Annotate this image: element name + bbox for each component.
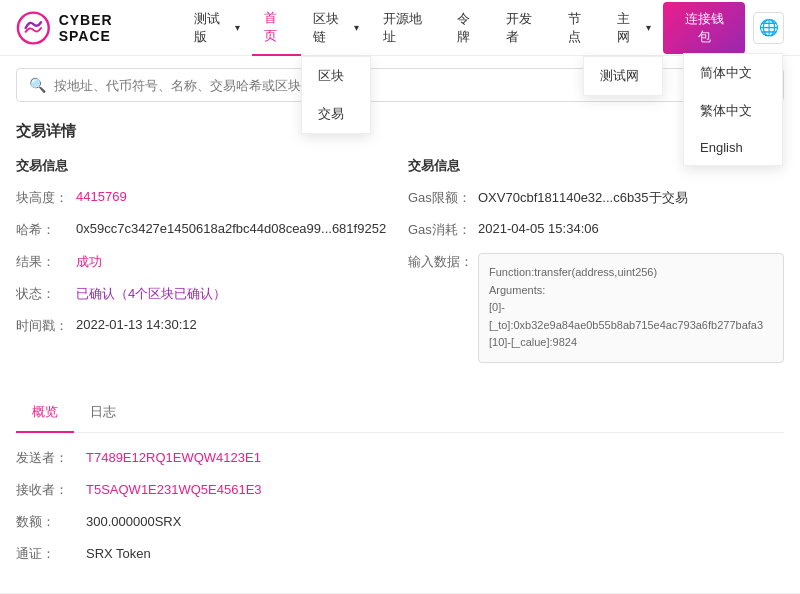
blockchain-dropdown: 区块 交易 (301, 56, 371, 134)
dropdown-tx[interactable]: 交易 (302, 95, 370, 133)
lang-traditional[interactable]: 繁体中文 (684, 92, 782, 130)
amount-row: 数额： 300.000000SRX (16, 513, 784, 531)
dropdown-block[interactable]: 区块 (302, 57, 370, 95)
tabs: 概览 日志 (16, 393, 784, 433)
gas-limit-row: Gas限额： OXV70cbf181140e32...c6b35于交易 (408, 189, 784, 207)
gas-limit-value: OXV70cbf181140e32...c6b35于交易 (478, 189, 688, 207)
section-title: 交易详情 (16, 114, 784, 141)
lang-english[interactable]: English (684, 130, 782, 165)
input-data-row: 输入数据： Function:transfer(address,uint256)… (408, 253, 784, 363)
nav-testnet[interactable]: 测试版 ▾ (182, 0, 252, 56)
nav-developer[interactable]: 开发者 (494, 0, 556, 56)
result-label: 结果： (16, 253, 76, 271)
input-data-line2: Arguments: (489, 282, 773, 300)
tx-right-col: 交易信息 Gas限额： OXV70cbf181140e32...c6b35于交易… (408, 157, 784, 377)
sender-value[interactable]: T7489E12RQ1EWQW4123E1 (86, 450, 261, 465)
tx-info-section-label: 交易信息 (16, 157, 392, 175)
timestamp-row: 时间戳： 2022-01-13 14:30:12 (16, 317, 392, 335)
gas-used-label: Gas消耗： (408, 221, 478, 239)
token-row: 通证： SRX Token (16, 545, 784, 563)
block-height-row: 块高度： 4415769 (16, 189, 392, 207)
sender-row: 发送者： T7489E12RQ1EWQW4123E1 (16, 449, 784, 467)
input-data-label: 输入数据： (408, 253, 478, 271)
header: CYBER SPACE 测试版 ▾ 首页 区块链 ▾ 区块 交易 开源地址 令牌… (0, 0, 800, 56)
input-data-line4: [10]-[_calue]:9824 (489, 334, 773, 352)
timestamp-label: 时间戳： (16, 317, 76, 335)
amount-value: 300.000000SRX (86, 514, 181, 529)
nav-opensource[interactable]: 开源地址 (371, 0, 445, 56)
token-label: 通证： (16, 545, 86, 563)
connect-wallet-button[interactable]: 连接钱包 (663, 2, 745, 54)
dropdown-testnet[interactable]: 测试网 (584, 57, 662, 95)
result-value: 成功 (76, 253, 102, 271)
receiver-value[interactable]: T5SAQW1E231WQ5E4561E3 (86, 482, 262, 497)
gas-used-value: 2021-04-05 15:34:06 (478, 221, 599, 236)
tab-overview[interactable]: 概览 (16, 393, 74, 433)
input-data-line3: [0]-[_to]:0xb32e9a84ae0b55b8ab715e4ac793… (489, 299, 773, 334)
chevron-down-icon: ▾ (354, 22, 359, 33)
status-label: 状态： (16, 285, 76, 303)
token-value: SRX Token (86, 546, 151, 561)
block-height-value[interactable]: 4415769 (76, 189, 127, 204)
hash-row: 哈希： 0x59cc7c3427e1450618a2fbc44d08cea99.… (16, 221, 392, 239)
logo-icon (16, 10, 51, 46)
lang-simplified[interactable]: 简体中文 (684, 54, 782, 92)
gas-used-row: Gas消耗： 2021-04-05 15:34:06 (408, 221, 784, 239)
search-input[interactable] (54, 78, 771, 93)
tx-left-col: 交易信息 块高度： 4415769 哈希： 0x59cc7c3427e14506… (16, 157, 392, 377)
status-row: 状态： 已确认（4个区块已确认） (16, 285, 392, 303)
nav-home[interactable]: 首页 (252, 0, 301, 56)
chevron-down-icon: ▾ (646, 22, 651, 33)
timestamp-value: 2022-01-13 14:30:12 (76, 317, 197, 332)
nav-token[interactable]: 令牌 (445, 0, 494, 56)
input-data-line1: Function:transfer(address,uint256) (489, 264, 773, 282)
search-bar: 🔍 (16, 68, 784, 102)
nav-mainnet[interactable]: 主网 ▾ 测试网 (605, 0, 663, 56)
input-data-box: Function:transfer(address,uint256) Argum… (478, 253, 784, 363)
logo-text: CYBER SPACE (59, 12, 166, 44)
nav-node[interactable]: 节点 (556, 0, 605, 56)
amount-label: 数额： (16, 513, 86, 531)
receiver-row: 接收者： T5SAQW1E231WQ5E4561E3 (16, 481, 784, 499)
block-height-label: 块高度： (16, 189, 76, 207)
hash-label: 哈希： (16, 221, 76, 239)
overview-section: 发送者： T7489E12RQ1EWQW4123E1 接收者： T5SAQW1E… (16, 449, 784, 563)
sender-label: 发送者： (16, 449, 86, 467)
result-row: 结果： 成功 (16, 253, 392, 271)
svg-point-0 (18, 12, 49, 43)
nav-blockchain[interactable]: 区块链 ▾ 区块 交易 (301, 0, 371, 56)
status-value: 已确认（4个区块已确认） (76, 285, 226, 303)
chevron-down-icon: ▾ (235, 22, 240, 33)
gas-limit-label: Gas限额： (408, 189, 478, 207)
language-button[interactable]: 🌐 简体中文 繁体中文 English (753, 12, 784, 44)
tab-logs[interactable]: 日志 (74, 393, 132, 433)
testnet-dropdown: 测试网 (583, 56, 663, 96)
transaction-details: 交易信息 块高度： 4415769 哈希： 0x59cc7c3427e14506… (16, 157, 784, 377)
globe-icon: 🌐 (759, 18, 779, 37)
lang-dropdown: 简体中文 繁体中文 English (683, 53, 783, 166)
main-content: 交易详情 交易信息 块高度： 4415769 哈希： 0x59cc7c3427e… (0, 114, 800, 593)
hash-value: 0x59cc7c3427e1450618a2fbc44d08cea99...68… (76, 221, 386, 236)
search-icon: 🔍 (29, 77, 46, 93)
logo[interactable]: CYBER SPACE (16, 10, 166, 46)
receiver-label: 接收者： (16, 481, 86, 499)
